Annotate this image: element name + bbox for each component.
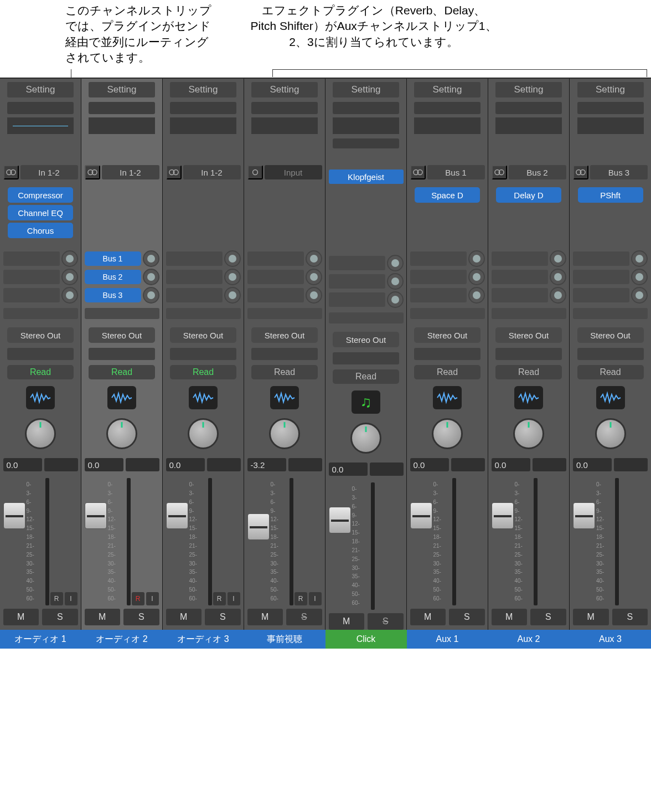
send-slot[interactable]: Bus 1 [85, 251, 141, 266]
output-select[interactable]: Stereo Out [333, 332, 399, 347]
eq-thumbnail-slot[interactable] [7, 101, 74, 115]
setting-button[interactable]: Setting [495, 82, 562, 97]
mute-button[interactable]: M [410, 609, 446, 625]
waveform-icon[interactable] [270, 386, 299, 409]
insert-plugin[interactable]: Chorus [8, 223, 73, 238]
send-knob[interactable] [468, 269, 485, 285]
fader-track[interactable] [3, 478, 25, 605]
automation-mode[interactable]: Read [251, 365, 318, 379]
stereo-icon[interactable] [410, 165, 426, 179]
automation-mode[interactable]: Read [577, 365, 644, 379]
pan-knob[interactable] [432, 418, 463, 449]
eq-thumbnail-slot[interactable] [333, 101, 399, 115]
send-knob[interactable] [468, 287, 485, 304]
send-slot-empty[interactable] [166, 308, 241, 319]
group-slot[interactable] [414, 348, 480, 360]
send-slot-empty[interactable] [329, 312, 404, 323]
send-knob[interactable] [224, 269, 241, 285]
send-knob[interactable] [61, 287, 78, 304]
send-knob[interactable] [631, 269, 648, 285]
fader-handle[interactable] [492, 502, 514, 529]
volume-db[interactable]: 0.0 [85, 458, 123, 471]
waveform-icon[interactable] [107, 386, 136, 409]
mute-button[interactable]: M [573, 609, 609, 625]
volume-db[interactable]: 0.0 [573, 458, 612, 471]
volume-db[interactable]: 0.0 [166, 458, 205, 471]
eq-display[interactable] [7, 117, 74, 134]
group-slot[interactable] [577, 348, 644, 360]
fader-track[interactable] [492, 478, 514, 605]
output-select[interactable]: Stereo Out [89, 327, 155, 343]
send-knob[interactable] [224, 287, 241, 304]
eq-thumbnail-slot[interactable] [495, 101, 562, 115]
channel-name[interactable]: Aux 2 [488, 630, 570, 649]
channel-name[interactable]: オーディオ 3 [163, 630, 244, 649]
stereo-icon[interactable] [166, 165, 182, 179]
eq-thumbnail-slot[interactable] [170, 101, 236, 115]
solo-button[interactable]: S [449, 609, 485, 625]
insert-plugin[interactable]: Delay D [496, 187, 561, 203]
send-knob[interactable] [306, 250, 322, 267]
send-knob[interactable] [550, 250, 566, 267]
fader-handle[interactable] [410, 502, 432, 529]
channel-name[interactable]: Aux 1 [407, 630, 488, 649]
mute-button[interactable]: M [166, 609, 202, 625]
send-slot-empty[interactable] [247, 251, 304, 266]
send-knob[interactable] [306, 269, 322, 285]
stereo-icon[interactable] [3, 165, 19, 179]
pan-knob[interactable] [595, 418, 626, 449]
output-select[interactable]: Stereo Out [495, 327, 562, 343]
record-enable-button[interactable]: R [50, 592, 63, 605]
fader-track[interactable] [166, 478, 188, 605]
eq-display[interactable] [89, 117, 155, 134]
solo-button[interactable]: S [368, 613, 404, 630]
send-slot-empty[interactable] [3, 270, 60, 284]
group-slot[interactable] [89, 348, 155, 360]
eq-display[interactable] [333, 117, 399, 134]
input-select[interactable]: Klopfgeist [329, 169, 404, 184]
send-knob[interactable] [631, 287, 648, 304]
send-slot-empty[interactable] [247, 270, 304, 284]
insert-plugin[interactable]: Space D [415, 187, 480, 203]
stereo-icon[interactable] [492, 165, 507, 179]
automation-mode[interactable]: Read [7, 365, 74, 379]
setting-button[interactable]: Setting [7, 82, 74, 97]
send-slot-empty[interactable] [492, 308, 566, 319]
music-note-icon[interactable]: ♫ [352, 390, 380, 414]
group-slot[interactable] [7, 348, 74, 360]
send-knob[interactable] [387, 291, 404, 308]
mute-button[interactable]: M [85, 609, 121, 625]
pan-knob[interactable] [513, 418, 544, 449]
fader-track[interactable] [247, 478, 270, 605]
pan-knob[interactable] [269, 418, 300, 449]
record-enable-button[interactable]: R [213, 592, 226, 605]
send-knob[interactable] [468, 250, 485, 267]
mute-button[interactable]: M [3, 609, 39, 625]
midi-fx-slot[interactable] [333, 137, 399, 150]
setting-button[interactable]: Setting [577, 82, 644, 97]
group-slot[interactable] [170, 348, 236, 360]
input-select[interactable]: In 1-2 [102, 165, 159, 179]
input-select[interactable]: In 1-2 [20, 165, 78, 179]
fader-handle[interactable] [166, 502, 188, 529]
output-select[interactable]: Stereo Out [7, 327, 74, 343]
send-slot-empty[interactable] [410, 308, 485, 319]
automation-mode[interactable]: Read [170, 365, 236, 379]
channel-name[interactable]: 事前視聴 [244, 630, 326, 649]
waveform-icon[interactable] [596, 386, 625, 409]
volume-db[interactable]: -3.2 [247, 458, 286, 471]
volume-db[interactable]: 0.0 [329, 462, 368, 476]
channel-name[interactable]: Aux 3 [570, 630, 651, 649]
channel-name[interactable]: オーディオ 1 [0, 630, 81, 649]
waveform-icon[interactable] [514, 386, 543, 409]
send-slot-empty[interactable] [329, 274, 385, 289]
automation-mode[interactable]: Read [333, 369, 399, 384]
setting-button[interactable]: Setting [251, 82, 318, 97]
stereo-icon[interactable] [85, 165, 100, 179]
pan-knob[interactable] [25, 418, 56, 449]
send-slot-empty[interactable] [410, 270, 467, 284]
eq-display[interactable] [495, 117, 562, 134]
eq-thumbnail-slot[interactable] [89, 101, 155, 115]
send-slot-empty[interactable] [573, 308, 648, 319]
send-slot-empty[interactable] [3, 251, 60, 266]
